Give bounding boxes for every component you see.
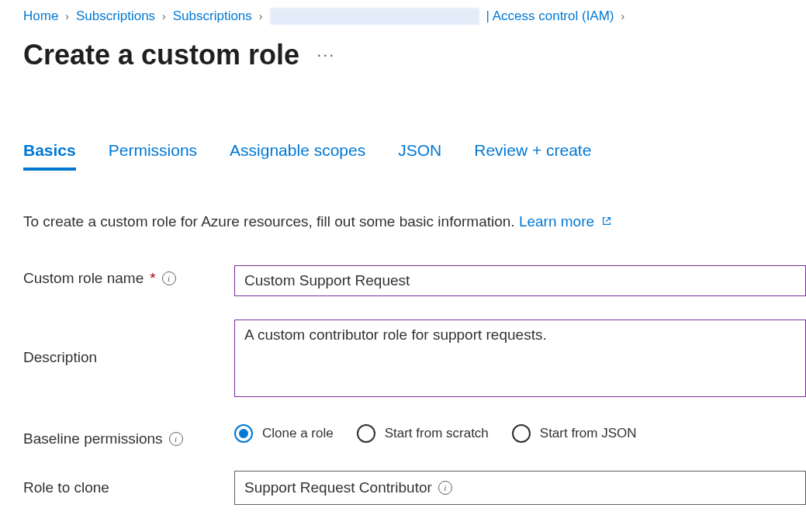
radio-label: Start from scratch <box>385 426 489 441</box>
breadcrumb-subscriptions-2[interactable]: Subscriptions <box>173 9 252 24</box>
radio-icon <box>512 424 531 443</box>
radio-icon <box>234 424 253 443</box>
chevron-right-icon: › <box>259 10 263 22</box>
tab-review-create[interactable]: Review + create <box>474 141 591 171</box>
radio-start-from-json[interactable]: Start from JSON <box>512 424 637 443</box>
helper-text: To create a custom role for Azure resour… <box>23 213 806 230</box>
radio-label: Start from JSON <box>540 426 637 441</box>
page-title-row: Create a custom role ··· <box>23 39 806 71</box>
tab-assignable-scopes[interactable]: Assignable scopes <box>230 141 365 171</box>
page-title: Create a custom role <box>23 39 299 71</box>
chevron-right-icon: › <box>162 10 166 22</box>
description-input[interactable] <box>234 320 806 397</box>
info-icon[interactable]: i <box>162 271 176 285</box>
chevron-right-icon: › <box>65 10 69 22</box>
radio-icon <box>357 424 375 443</box>
row-baseline-permissions: Baseline permissions i Clone a role Star… <box>23 424 806 447</box>
tab-basics[interactable]: Basics <box>23 141 76 171</box>
row-role-to-clone: Role to clone Support Request Contributo… <box>23 471 806 505</box>
breadcrumb-iam[interactable]: | Access control (IAM) <box>486 9 614 24</box>
label-role-to-clone: Role to clone <box>23 479 234 496</box>
tab-json[interactable]: JSON <box>398 141 441 171</box>
radio-start-from-scratch[interactable]: Start from scratch <box>357 424 489 443</box>
tab-permissions[interactable]: Permissions <box>109 141 197 171</box>
chevron-right-icon: › <box>621 10 625 22</box>
radio-clone-a-role[interactable]: Clone a role <box>234 424 334 443</box>
more-actions-button[interactable]: ··· <box>317 45 335 65</box>
role-to-clone-select[interactable]: Support Request Contributor i <box>234 471 806 505</box>
custom-role-name-input[interactable] <box>234 265 806 296</box>
required-asterisk: * <box>150 270 155 287</box>
external-link-icon <box>601 216 612 226</box>
label-baseline-permissions: Baseline permissions i <box>23 424 234 447</box>
label-description: Description <box>23 320 234 366</box>
row-description: Description <box>23 320 806 401</box>
info-icon[interactable]: i <box>169 432 183 446</box>
row-custom-role-name: Custom role name * i <box>23 265 806 296</box>
info-icon[interactable]: i <box>438 481 452 495</box>
learn-more-link[interactable]: Learn more <box>519 213 612 230</box>
baseline-radio-group: Clone a role Start from scratch Start fr… <box>234 424 806 443</box>
breadcrumb-subscriptions-1[interactable]: Subscriptions <box>76 9 155 24</box>
breadcrumb-home[interactable]: Home <box>23 9 58 24</box>
tab-bar: Basics Permissions Assignable scopes JSO… <box>23 141 806 171</box>
helper-text-body: To create a custom role for Azure resour… <box>23 213 515 230</box>
breadcrumb-redacted[interactable] <box>270 8 479 25</box>
label-custom-role-name: Custom role name * i <box>23 265 234 287</box>
select-value: Support Request Contributor <box>244 479 432 496</box>
breadcrumb: Home › Subscriptions › Subscriptions › |… <box>23 8 806 25</box>
radio-label: Clone a role <box>262 426 334 441</box>
